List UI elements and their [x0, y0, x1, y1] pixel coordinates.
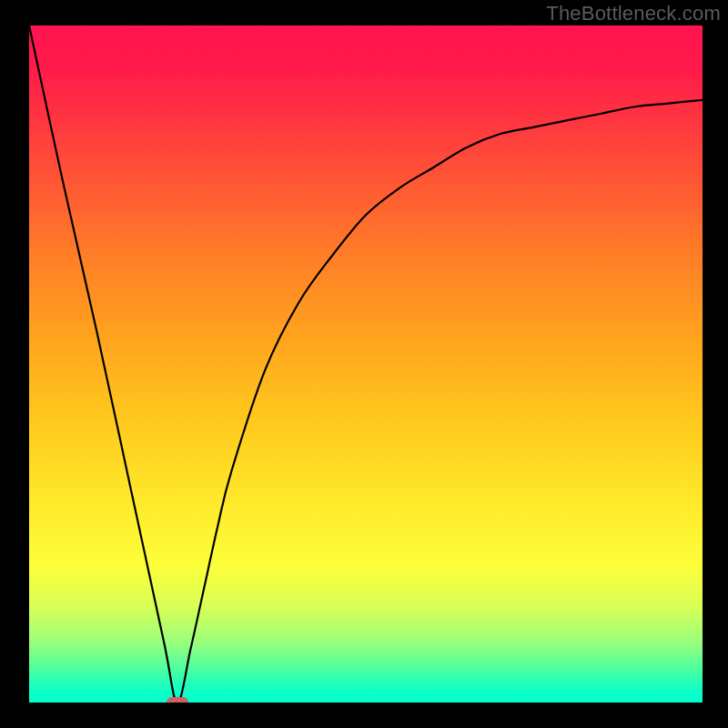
watermark-text: TheBottleneck.com: [546, 2, 721, 25]
optimal-point-marker: [167, 697, 188, 703]
plot-area: [29, 25, 703, 703]
chart-frame: TheBottleneck.com: [0, 0, 728, 728]
bottleneck-curve: [29, 25, 703, 703]
curve-svg: [29, 25, 703, 703]
